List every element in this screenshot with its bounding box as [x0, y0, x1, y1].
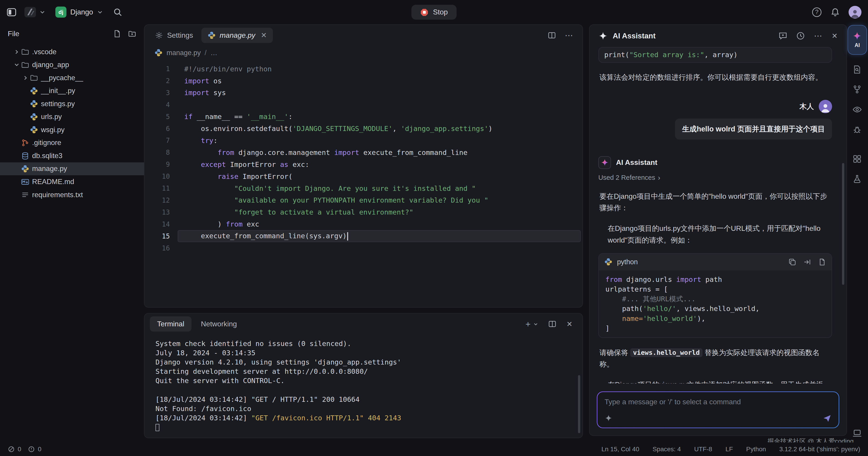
tree-item-manage.py[interactable]: manage.py — [0, 162, 144, 175]
app-menu-button[interactable] — [23, 5, 45, 19]
bug-icon[interactable] — [852, 125, 862, 134]
laptop-icon[interactable] — [852, 428, 862, 438]
close-tab-icon[interactable]: ✕ — [261, 31, 267, 39]
tree-item-urls.py[interactable]: urls.py — [0, 110, 144, 124]
line-number: 2 — [145, 77, 170, 85]
status-line-col[interactable]: Ln 15, Col 40 — [601, 446, 640, 453]
new-terminal-icon[interactable]: ＋ — [524, 319, 538, 329]
code-line-4[interactable]: 4 — [145, 99, 583, 111]
line-text: import os — [170, 77, 222, 85]
status-language[interactable]: Python — [746, 446, 766, 453]
eye-icon[interactable] — [852, 105, 862, 115]
breadcrumb-file[interactable]: manage.py — [166, 49, 201, 57]
more-options-icon[interactable]: ⋯ — [814, 31, 823, 41]
copy-code-icon[interactable] — [788, 258, 796, 266]
code-block: python from django.urls import pathurl — [598, 253, 832, 338]
chat-history[interactable]: print("Sorted array is:", array) 该算法会对给定… — [598, 47, 832, 384]
md-icon — [21, 178, 32, 186]
stop-run-button[interactable]: Stop — [411, 5, 457, 20]
code-line-9[interactable]: 9 except ImportError as exc: — [145, 159, 583, 170]
close-panel-icon[interactable]: ✕ — [832, 32, 838, 40]
line-number: 10 — [145, 172, 170, 180]
line-number: 16 — [145, 245, 170, 252]
files-panel: File .vscodedjango_app__pycache____init_… — [0, 24, 144, 443]
references-link[interactable]: Used 2 References › — [598, 173, 832, 182]
tree-item-django_app[interactable]: django_app — [0, 58, 144, 71]
git-fork-icon[interactable] — [852, 85, 862, 94]
help-icon[interactable]: ? — [812, 7, 822, 17]
workspace-switcher[interactable]: dj Django — [52, 4, 106, 20]
terminal-tab-bar: Terminal Networking ＋ ✕ — [145, 314, 583, 334]
status-indent[interactable]: Spaces: 4 — [653, 446, 681, 453]
tab-settings[interactable]: Settings — [149, 28, 199, 43]
code-line-14[interactable]: 14 ) from exc — [145, 218, 583, 230]
tree-item-.gitignore[interactable]: .gitignore — [0, 136, 144, 150]
code-line-2[interactable]: 2import os — [145, 75, 583, 87]
code-line-12[interactable]: 12 "available on your PYTHONPATH environ… — [145, 194, 583, 206]
flask-icon[interactable] — [852, 174, 862, 184]
tree-item-.vscode[interactable]: .vscode — [0, 45, 144, 59]
status-encoding[interactable]: UTF-8 — [694, 446, 712, 453]
history-icon[interactable] — [796, 31, 805, 40]
code-line-10[interactable]: 10 raise ImportError( — [145, 170, 583, 183]
new-chat-icon[interactable] — [778, 31, 787, 40]
chat-input[interactable] — [604, 398, 832, 406]
error-count: 0 — [18, 446, 21, 453]
code-line-6[interactable]: 6 os.environ.setdefault('DJANGO_SETTINGS… — [145, 123, 583, 135]
insert-code-icon[interactable] — [803, 258, 811, 266]
code-line-13[interactable]: 13 "forget to activate a virtual environ… — [145, 206, 583, 218]
toggle-left-panel-icon[interactable] — [6, 7, 17, 17]
tab-manage-py[interactable]: manage.py ✕ — [202, 28, 273, 43]
chevron-right-icon[interactable] — [21, 74, 30, 82]
grid-icon[interactable] — [852, 154, 862, 164]
code-editor[interactable]: 1#!/usr/bin/env python2import os3import … — [145, 60, 583, 254]
workspace-name: Django — [70, 8, 93, 16]
tree-item-__pycache__[interactable]: __pycache__ — [0, 71, 144, 85]
tree-item-wsgi.py[interactable]: wsgi.py — [0, 123, 144, 136]
search-icon[interactable] — [113, 7, 123, 17]
ai-commands-icon[interactable] — [604, 414, 612, 422]
terminal-line: System check identified no issues (0 sil… — [156, 339, 571, 348]
code-line-1[interactable]: 1#!/usr/bin/env python — [145, 63, 583, 75]
split-terminal-icon[interactable] — [548, 320, 557, 328]
tab-label: Settings — [167, 31, 193, 39]
file-search-icon[interactable] — [852, 65, 862, 74]
breadcrumb-rest[interactable]: … — [211, 49, 217, 57]
terminal-output[interactable]: System check identified no issues (0 sil… — [145, 334, 583, 436]
tab-terminal[interactable]: Terminal — [150, 317, 191, 331]
send-message-icon[interactable] — [823, 414, 831, 423]
code-line-16[interactable]: 16 — [145, 242, 583, 254]
tree-item-__init__.py[interactable]: __init__.py — [0, 84, 144, 97]
warnings-indicator[interactable]: 0 — [28, 446, 41, 453]
ai-tool-button[interactable]: AI — [848, 26, 866, 54]
tree-item-db.sqlite3[interactable]: db.sqlite3 — [0, 149, 144, 162]
line-number: 11 — [145, 185, 170, 192]
code-line-8[interactable]: 8 from django.core.management import exe… — [145, 146, 583, 159]
code-line-15[interactable]: 15 execute_from_command_line(sys.argv) — [145, 230, 583, 242]
breadcrumb[interactable]: manage.py / … — [145, 46, 583, 60]
user-avatar[interactable] — [848, 6, 861, 19]
chevron-right-icon[interactable] — [12, 48, 21, 56]
split-editor-icon[interactable] — [548, 31, 556, 39]
code-line-7[interactable]: 7 try: — [145, 135, 583, 146]
notifications-icon[interactable] — [831, 7, 840, 17]
errors-indicator[interactable]: 0 — [8, 446, 21, 453]
chat-scrollbar[interactable] — [842, 163, 844, 285]
chevron-down-icon[interactable] — [12, 61, 21, 68]
close-terminal-icon[interactable]: ✕ — [566, 320, 572, 328]
more-options-icon[interactable]: ⋯ — [565, 31, 574, 40]
new-file-icon[interactable] — [113, 30, 121, 38]
code-line-11[interactable]: 11 "Couldn't import Django. Are you sure… — [145, 183, 583, 194]
tree-item-README.md[interactable]: README.md — [0, 175, 144, 188]
terminal-scrollbar[interactable] — [578, 375, 580, 433]
new-folder-icon[interactable] — [128, 30, 136, 38]
status-interpreter[interactable]: 3.12.2 64-bit ('shims': pyenv) — [779, 446, 860, 453]
tree-item-requirements.txt[interactable]: requirements.txt — [0, 188, 144, 201]
create-file-from-code-icon[interactable] — [818, 258, 826, 266]
status-line-ending[interactable]: LF — [725, 446, 733, 453]
tab-networking[interactable]: Networking — [194, 317, 244, 331]
code-line-5[interactable]: 5if __name__ == '__main__': — [145, 111, 583, 123]
status-bar: 0 0 Ln 15, Col 40Spaces: 4UTF-8LFPython3… — [0, 443, 868, 456]
tree-item-settings.py[interactable]: settings.py — [0, 97, 144, 110]
code-line-3[interactable]: 3import sys — [145, 87, 583, 99]
